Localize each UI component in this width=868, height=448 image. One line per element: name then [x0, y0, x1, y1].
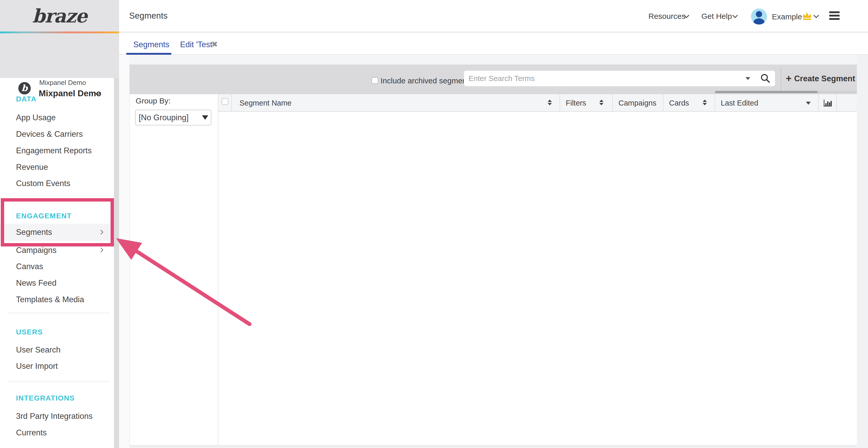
sidebar-section-engagement: ENGAGEMENT — [16, 211, 104, 221]
column-filters[interactable]: Filters — [566, 97, 586, 109]
sort-icon[interactable] — [548, 100, 552, 105]
bar-chart-icon[interactable] — [823, 99, 832, 107]
sidebar-item-engagement-reports[interactable]: Engagement Reports — [0, 144, 114, 157]
crown-icon — [802, 11, 812, 21]
tab-edit-test[interactable]: Edit 'Test' — [180, 39, 214, 50]
content-bottom-border — [129, 445, 857, 446]
sidebar-item-segments-label: Segments — [16, 228, 52, 237]
column-campaigns[interactable]: Campaigns — [618, 97, 656, 109]
column-divider — [836, 94, 837, 112]
get-help-menu[interactable]: Get Help — [702, 11, 732, 22]
sidebar: braze b Mixpanel Demo Mixpanel Demo DATA… — [0, 0, 119, 448]
group-by-label: Group By: — [135, 97, 170, 105]
resources-menu[interactable]: Resources — [648, 11, 685, 22]
workspace-type-label: Mixpanel Demo — [39, 79, 86, 87]
search-input[interactable] — [464, 71, 775, 86]
sidebar-divider — [8, 313, 110, 313]
table-body-empty — [218, 112, 857, 445]
column-divider — [715, 94, 715, 112]
sidebar-section-users: USERS — [16, 327, 104, 337]
sidebar-item-templates-media[interactable]: Templates & Media — [0, 294, 114, 306]
sidebar-scrollbar[interactable] — [114, 78, 119, 448]
column-cards[interactable]: Cards — [669, 97, 689, 109]
horizontal-scrollbar-thumb[interactable] — [715, 91, 817, 93]
tab-segments[interactable]: Segments — [133, 39, 169, 50]
column-divider — [818, 94, 819, 112]
sidebar-item-3rd-party-integrations[interactable]: 3rd Party Integrations — [0, 410, 114, 422]
column-divider — [612, 94, 613, 112]
content-top-strip — [129, 55, 857, 65]
column-segment-name[interactable]: Segment Name — [240, 97, 292, 109]
tab-bar — [119, 33, 868, 55]
workspace-app-icon-letter: b — [18, 82, 31, 95]
column-divider — [663, 94, 663, 112]
column-divider — [560, 94, 560, 112]
sidebar-item-app-usage[interactable]: App Usage — [0, 111, 114, 124]
group-by-value: [No Grouping] — [139, 113, 189, 122]
sidebar-item-campaigns-label: Campaigns — [16, 246, 57, 255]
sidebar-item-segments[interactable]: Segments — [0, 224, 114, 241]
sidebar-item-user-import[interactable]: User Import — [0, 360, 114, 372]
chevron-right-icon — [98, 230, 103, 234]
sidebar-item-currents[interactable]: Currents — [0, 426, 114, 439]
include-archived-checkbox[interactable] — [371, 77, 378, 84]
user-avatar[interactable] — [751, 8, 767, 25]
column-last-edited[interactable]: Last Edited — [721, 97, 758, 109]
sidebar-item-devices-carriers[interactable]: Devices & Carriers — [0, 128, 114, 140]
search-icon[interactable] — [760, 73, 771, 83]
group-by-panel — [129, 94, 218, 446]
toolbar-divider — [781, 67, 781, 92]
user-name[interactable]: Example — [772, 11, 802, 22]
sidebar-item-user-search[interactable]: User Search — [0, 344, 114, 356]
workspace-switcher[interactable]: b Mixpanel Demo Mixpanel Demo — [0, 33, 119, 78]
sort-icon[interactable] — [599, 100, 603, 105]
create-segment-label: Create Segment — [794, 74, 855, 83]
sort-desc-caret-icon[interactable] — [806, 102, 811, 105]
create-segment-button[interactable]: +Create Segment — [786, 70, 855, 87]
chevron-right-icon — [98, 247, 103, 252]
brand-gradient-divider — [0, 32, 119, 33]
content-left-gutter — [119, 55, 129, 448]
sidebar-divider — [8, 381, 110, 382]
sort-icon[interactable] — [703, 100, 707, 105]
sidebar-item-campaigns[interactable]: Campaigns — [0, 244, 114, 256]
horizontal-scrollbar-track[interactable] — [817, 91, 857, 93]
sidebar-logo-area: braze — [0, 0, 119, 32]
close-icon[interactable]: ✖ — [211, 40, 218, 49]
active-tab-underline — [126, 53, 171, 55]
page-title: Segments — [129, 11, 168, 21]
table-header — [218, 94, 857, 112]
sidebar-section-data: DATA — [16, 94, 104, 104]
plus-icon: + — [786, 73, 792, 84]
hamburger-menu-icon[interactable] — [829, 11, 840, 22]
dropdown-caret-icon — [202, 115, 208, 120]
sidebar-item-revenue[interactable]: Revenue — [0, 161, 114, 173]
sidebar-item-news-feed[interactable]: News Feed — [0, 277, 114, 289]
search-dropdown-caret-icon[interactable] — [746, 77, 750, 80]
include-archived-label[interactable]: Include archived segments — [380, 76, 473, 86]
avatar-person-icon — [756, 11, 762, 17]
select-all-checkbox[interactable] — [222, 98, 228, 105]
sidebar-item-canvas[interactable]: Canvas — [0, 261, 114, 273]
column-divider — [231, 94, 232, 112]
braze-logo: braze — [0, 4, 119, 28]
sidebar-section-integrations: INTEGRATIONS — [16, 393, 104, 403]
sidebar-item-custom-events[interactable]: Custom Events — [0, 177, 114, 190]
